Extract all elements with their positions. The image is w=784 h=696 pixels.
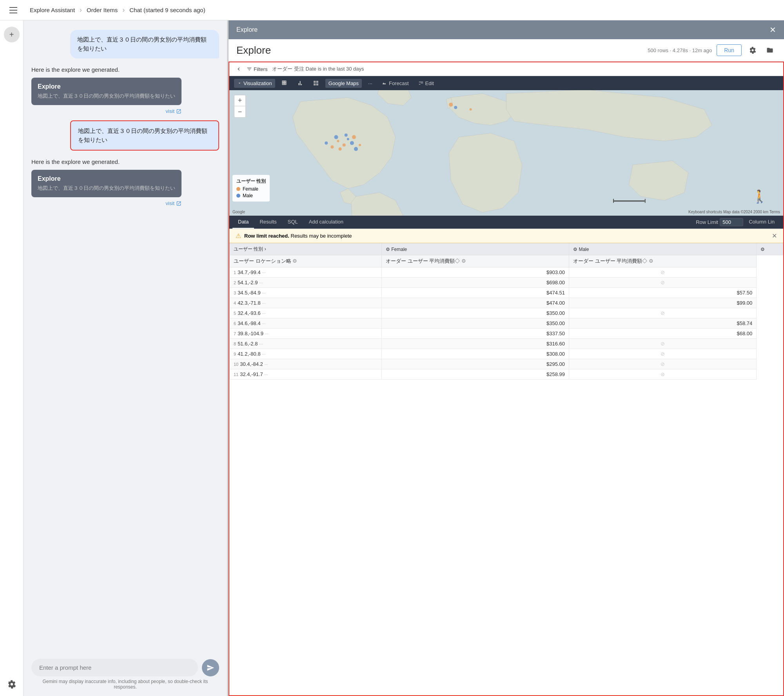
data-tab-col-limit[interactable]: Column Lin — [743, 216, 780, 229]
add-conversation-button[interactable]: + — [4, 27, 20, 42]
visit-link-1[interactable]: visit — [31, 108, 181, 114]
cell-female-avg: $474.51 — [381, 288, 569, 298]
viz-edit-button[interactable]: Edit — [415, 79, 437, 88]
svg-point-5 — [334, 135, 338, 139]
row-limit-input[interactable] — [720, 218, 743, 226]
explore-close-button[interactable]: ✕ — [769, 25, 776, 35]
data-tabs: Data Results SQL Add calculation Row Lim… — [229, 216, 783, 229]
message-2-assistant: Here is the explore we generated. Explor… — [31, 65, 181, 114]
chat-panel: 地図上で、直近３０日の間の男女別の平均消費額を知りたい Here is the … — [24, 20, 227, 696]
cell-female-avg: $350.00 — [381, 318, 569, 329]
table-row: 134.7,-99.4 ··· $903.00 ⊘ — [230, 267, 783, 278]
zoom-out-button[interactable]: − — [234, 106, 245, 117]
message-1-user: 地図上で、直近３０日の間の男女別の平均消費額を知りたい — [70, 30, 219, 58]
zoom-in-button[interactable]: + — [234, 95, 245, 106]
viz-googlemaps-button[interactable]: Google Maps — [325, 79, 362, 88]
explore-subheader: Explore 500 rows · 4.278s · 12m ago Run — [229, 39, 784, 62]
breadcrumb-chat[interactable]: Chat (started 9 seconds ago) — [125, 4, 210, 16]
card-title-1: Explore — [38, 83, 175, 90]
table-row: 739.8,-104.9 ··· $337.50 $68.00 — [230, 329, 783, 339]
explore-meta: 500 rows · 4.278s · 12m ago Run — [648, 44, 776, 56]
external-link-icon-2 — [176, 201, 181, 206]
female-avg-gear[interactable]: ⚙ — [461, 258, 466, 264]
male-group-label: ⚙ Male — [573, 247, 589, 252]
hamburger-button[interactable] — [6, 3, 20, 17]
viz-forecast-button[interactable]: Forecast — [379, 79, 412, 88]
explore-card-1[interactable]: Explore 地図上で、直近３０日の間の男女別の平均消費額を知りたい — [31, 78, 181, 105]
data-tab-results[interactable]: Results — [254, 216, 282, 229]
cell-female-avg: $337.50 — [381, 329, 569, 339]
filters-toggle[interactable]: Filters — [247, 66, 267, 72]
data-tab-add-calc[interactable]: Add calculation — [303, 216, 349, 229]
main-layout: + 地図上で、直近３０日の間の男女別の平均消費額を知りたい Here is th… — [0, 20, 784, 696]
visit-link-2[interactable]: visit — [31, 200, 181, 206]
male-avg-gear[interactable]: ⚙ — [649, 258, 653, 264]
location-gear[interactable]: ⚙ — [292, 258, 297, 264]
svg-point-11 — [354, 147, 358, 151]
svg-point-13 — [345, 134, 348, 137]
card-desc-2: 地図上で、直近３０日の間の男女別の平均消費額を知りたい — [38, 185, 175, 192]
cell-female-avg: $308.00 — [381, 349, 569, 359]
viz-visualization-button[interactable]: Visualization — [234, 79, 275, 88]
message-3-user: 地図上で、直近３０日の間の男女別の平均消費額を知りたい — [70, 120, 219, 151]
warning-close-button[interactable]: ✕ — [772, 232, 777, 240]
cell-location: 1132.4,-91.7 ··· — [230, 369, 382, 380]
bar-chart-icon — [297, 80, 303, 86]
viz-table-button[interactable] — [278, 78, 291, 88]
cell-female-avg: $474.00 — [381, 298, 569, 308]
cell-male-avg: $68.00 — [569, 329, 757, 339]
viz-more-button[interactable]: ··· — [365, 79, 376, 88]
warning-message: ⚠ Row limit reached. Results may be inco… — [236, 232, 352, 240]
warning-text-bold: Row limit reached. Results may be incomp… — [244, 233, 352, 239]
svg-point-19 — [470, 108, 472, 111]
forecast-icon — [382, 80, 387, 86]
group-header-user-gender: ユーザー 性別 › — [230, 244, 382, 255]
data-area: Data Results SQL Add calculation Row Lim… — [229, 216, 783, 695]
table-row: 1132.4,-91.7 ··· $258.99 ⊘ — [230, 369, 783, 380]
table-row: 941.2,-80.8 ··· $308.00 ⊘ — [230, 349, 783, 359]
chat-input-area: Gemini may display inaccurate info, incl… — [24, 652, 227, 696]
svg-point-15 — [325, 142, 328, 145]
explore-card-2[interactable]: Explore 地図上で、直近３０日の間の男女別の平均消費額を知りたい — [31, 170, 181, 197]
viz-grid-button[interactable] — [310, 78, 322, 88]
viz-bar-button[interactable] — [294, 78, 307, 88]
cell-male-avg: $57.50 — [569, 288, 757, 298]
explore-folder-button[interactable] — [764, 44, 776, 56]
cell-location: 442.3,-71.8 ··· — [230, 298, 382, 308]
breadcrumb-explore-assistant[interactable]: Explore Assistant — [25, 4, 80, 16]
collapse-button[interactable] — [236, 66, 242, 72]
legend-item-male: Male — [236, 193, 266, 198]
assistant-intro-1: Here is the explore we generated. — [31, 65, 181, 75]
cell-male-avg: ⊘ — [569, 359, 757, 369]
map-svg — [229, 90, 783, 216]
cell-location: 739.8,-104.9 ··· — [230, 329, 382, 339]
female-group-label: ⚙ Female — [386, 247, 407, 252]
breadcrumb: Explore Assistant › Order Items › Chat (… — [25, 4, 210, 16]
breadcrumb-order-items[interactable]: Order Items — [82, 4, 122, 16]
cell-location: 941.2,-80.8 ··· — [230, 349, 382, 359]
collapse-icon — [236, 66, 242, 72]
assistant-intro-2: Here is the explore we generated. — [31, 157, 181, 167]
message-4-assistant: Here is the explore we generated. Explor… — [31, 157, 181, 206]
svg-point-12 — [337, 140, 339, 142]
explore-settings-button[interactable] — [746, 44, 759, 56]
map-attribution-right: Keyboard shortcuts Map data ©2024 2000 k… — [688, 210, 780, 214]
data-tab-data[interactable]: Data — [232, 216, 254, 229]
chat-input[interactable] — [31, 659, 198, 676]
sidebar-bottom — [0, 672, 24, 696]
left-sidebar: + — [0, 20, 24, 696]
send-button[interactable] — [202, 659, 219, 676]
filter-icon — [247, 66, 252, 72]
results-table: ユーザー 性別 › ⚙ Female ⚙ Male ⚙ ユーザー ロ — [229, 243, 783, 380]
explore-stats: 500 rows · 4.278s · 12m ago — [648, 47, 712, 53]
cell-location: 1030.4,-84.2 ··· — [230, 359, 382, 369]
table-row: 851.6,-2.8 ··· $316.60 ⊘ — [230, 339, 783, 349]
cell-male-avg: ⊘ — [569, 267, 757, 278]
settings-button[interactable] — [5, 677, 19, 691]
send-icon — [207, 664, 214, 672]
data-tab-sql[interactable]: SQL — [282, 216, 303, 229]
group-header-gear[interactable]: ⚙ — [757, 244, 783, 255]
explore-panel-title: Explore — [236, 26, 258, 33]
run-button[interactable]: Run — [717, 44, 742, 56]
explore-name: Explore — [236, 44, 271, 56]
